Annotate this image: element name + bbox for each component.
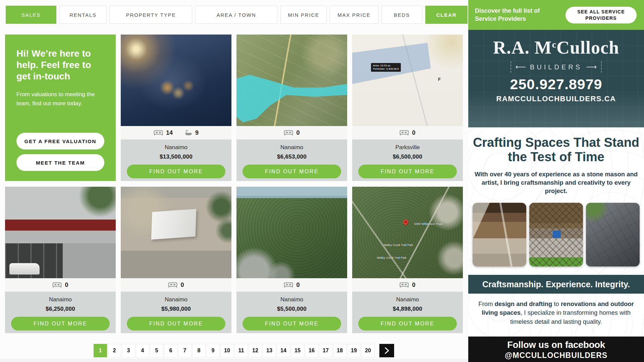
listing-footer: Nanaimo $4,898,000 FIND OUT MORE [352,292,463,333]
service-banner-line1: Discover the full list of [475,7,540,15]
advert-phone: 250.927.8979 [510,76,602,93]
follow-us-line: Follow us on facebook [468,340,644,350]
advert-photos [468,203,644,266]
beds-count: 0 [180,282,184,289]
beds-stat: 0 [168,282,184,289]
pagination-page-5[interactable]: 5 [150,344,163,357]
listing-stats: 14 9 [121,126,231,139]
listing-photo[interactable] [121,187,231,278]
find-out-more-button[interactable]: FIND OUT MORE [243,165,341,178]
pagination-page-6[interactable]: 6 [164,344,177,357]
dimension-dash-left [511,61,511,73]
pagination-page-10[interactable]: 10 [220,344,234,357]
bed-icon [52,282,62,288]
advert-builders-label: BUILDERS [530,63,582,71]
arrow-left-icon: ⟵ [515,63,526,71]
page: SALES RENTALS PROPERTY TYPE AREA / TOWN … [0,0,644,362]
listing-stats: 0 [236,278,347,292]
listing-footer: Nanaimo $13,500,000 FIND OUT MORE [121,139,231,181]
pagination-page-1[interactable]: 1 [94,344,107,357]
pagination-page-14[interactable]: 14 [277,344,290,357]
listing-card: 0 Nanaimo $5,500,000 FIND OUT MORE [236,187,347,333]
advert-header: R.A. McCulloch ⟵ BUILDERS ⟶ 250.927.8979… [468,30,644,127]
listing-photo[interactable]: Area: 10.03 ac Perimeter: 3,308.68 ft F [352,35,463,126]
map-park-label: Walley Creek Trail Park [377,256,407,259]
pagination-page-18[interactable]: 18 [333,344,346,357]
baths-count: 9 [195,129,199,136]
advert-tagline-bar: Craftsmanship. Experience. Integrity. [468,275,644,294]
listing-photo[interactable] [236,35,347,126]
pagination-page-3[interactable]: 3 [122,344,135,357]
listing-price: $4,898,000 [393,306,422,312]
map-address-label: 5300 Williamson Road [414,222,443,226]
listing-photo[interactable]: 5300 Williamson Road Walley Creek Trail … [352,187,463,278]
bath-icon [185,130,192,136]
pagination-page-7[interactable]: 7 [178,344,192,357]
facebook-logo-text: facebook [565,340,605,350]
filter-dropdown-property-type[interactable]: PROPERTY TYPE [110,6,192,24]
bed-icon [284,130,293,136]
see-all-line2: PROVIDERS [568,15,635,21]
pagination-page-12[interactable]: 12 [249,344,262,357]
service-provider-banner: Discover the full list of Service Provid… [468,0,644,30]
advert-website: RAMCCULLOCHBUILDERS.CA [496,95,616,103]
find-out-more-button[interactable]: FIND OUT MORE [127,317,225,330]
filter-tab-rentals[interactable]: RENTALS [59,6,107,24]
beds-stat: 0 [399,282,415,289]
filter-dropdown-beds[interactable]: BEDS [381,6,422,24]
listing-photo[interactable] [236,187,347,278]
dimension-dash-right [601,61,602,73]
listing-footer: Nanaimo $5,980,000 FIND OUT MORE [121,292,231,333]
listing-price: $6,653,000 [277,154,307,160]
pagination-page-13[interactable]: 13 [263,344,276,357]
pagination-page-4[interactable]: 4 [136,344,149,357]
find-out-more-button[interactable]: FIND OUT MORE [358,165,457,178]
chevron-right-icon [384,347,389,354]
listing-card: 0 Nanaimo $6,653,000 FIND OUT MORE [236,35,347,181]
find-out-more-button[interactable]: FIND OUT MORE [11,317,110,330]
pagination-page-11[interactable]: 11 [234,344,248,357]
listing-card: 0 Nanaimo $5,980,000 FIND OUT MORE [121,187,231,333]
pagination-page-9[interactable]: 9 [206,344,220,357]
meet-team-button[interactable]: MEET THE TEAM [16,154,104,171]
find-out-more-button[interactable]: FIND OUT MORE [358,317,457,330]
get-valuation-button[interactable]: GET A FREE VALUATION [16,133,104,149]
listing-footer: Nanaimo $5,500,000 FIND OUT MORE [236,292,347,333]
advert-ra-mcculloch[interactable]: R.A. McCulloch ⟵ BUILDERS ⟶ 250.927.8979… [468,30,644,362]
find-out-more-button[interactable]: FIND OUT MORE [243,317,341,330]
listings-area: SALES RENTALS PROPERTY TYPE AREA / TOWN … [0,0,468,362]
pagination-page-8[interactable]: 8 [192,344,206,357]
listing-photo[interactable] [5,187,116,278]
advert-builders-row: ⟵ BUILDERS ⟶ [511,61,601,73]
listing-city: Nanaimo [396,296,419,303]
filter-tab-sales[interactable]: SALES [6,6,56,24]
beds-stat: 0 [52,282,68,289]
see-all-service-providers-button[interactable]: SEE ALL SERVICE PROVIDERS [566,7,637,23]
advert-body: From design and drafting to renovations … [468,294,644,337]
pagination-page-17[interactable]: 17 [319,344,332,357]
advert-headline: Crafting Spaces That Stand the Test of T… [468,135,644,164]
filter-dropdown-min-price[interactable]: MIN PRICE [280,6,327,24]
advert-facebook-bar[interactable]: Follow us on facebook @MCCULLOCHBUILDERS [468,337,644,362]
pagination-page-2[interactable]: 2 [108,344,121,357]
filter-clear-button[interactable]: CLEAR [425,6,468,24]
listing-photo[interactable] [121,35,231,126]
listing-card: Area: 10.03 ac Perimeter: 3,308.68 ft F … [352,35,463,181]
filter-dropdown-max-price[interactable]: MAX PRICE [330,6,378,24]
pagination-page-16[interactable]: 16 [305,344,318,357]
find-out-more-button[interactable]: FIND OUT MORE [127,165,225,178]
pagination-page-19[interactable]: 19 [347,344,361,357]
beds-count: 0 [296,129,300,136]
beds-stat: 14 [154,129,173,136]
brand-superscript: c [552,39,556,50]
arrow-right-icon: ⟶ [586,63,597,71]
listing-footer: Nanaimo $6,653,000 FIND OUT MORE [236,139,347,181]
listing-city: Nanaimo [165,144,187,151]
advert-brand-logo: R.A. McCulloch [493,39,619,57]
bed-icon [399,282,409,288]
pagination-page-20[interactable]: 20 [361,344,375,357]
pagination-page-15[interactable]: 15 [291,344,304,357]
filter-dropdown-area-town[interactable]: AREA / TOWN [195,6,277,24]
pagination-next-button[interactable] [379,344,394,357]
beds-count: 0 [412,129,415,136]
